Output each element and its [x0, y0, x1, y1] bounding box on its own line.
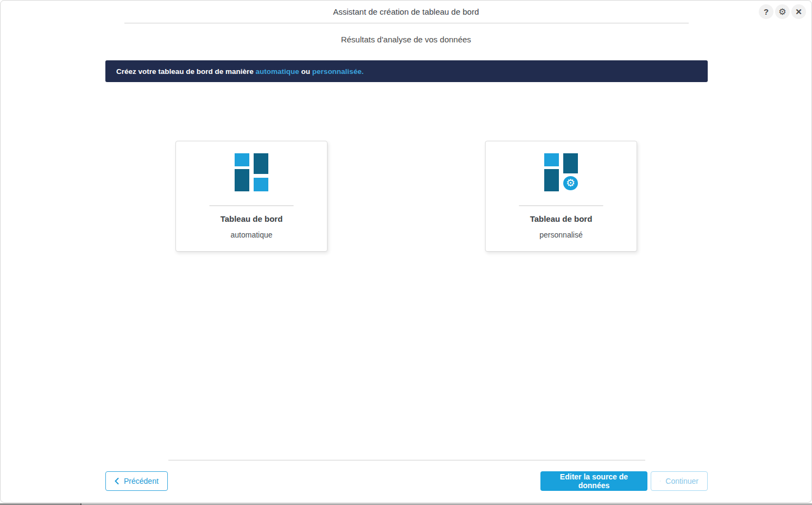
- close-button[interactable]: ✕: [791, 4, 806, 19]
- tile-light-icon: [544, 153, 559, 166]
- settings-button[interactable]: ⚙: [775, 4, 790, 19]
- chevron-left-icon: [115, 478, 119, 484]
- dashboard-tiles-gear-icon: ⚙: [544, 153, 578, 191]
- window-controls: ? ⚙ ✕: [759, 4, 806, 19]
- edit-data-source-label: Editer la source de données: [549, 472, 639, 490]
- tile-light-icon: [235, 153, 249, 166]
- banner-prefix: Créez votre tableau de bord de manière: [116, 67, 256, 76]
- close-icon: ✕: [795, 7, 802, 17]
- tile-dark-icon: [235, 169, 249, 191]
- page-subtitle: Résultats d'analyse de vos données: [1, 35, 811, 44]
- dashboard-tiles-icon: [235, 153, 268, 191]
- chevron-right-icon: [660, 478, 660, 484]
- dashboard-wizard-dialog: Assistant de création de tableau de bord…: [0, 0, 812, 503]
- card-dashboard-automatic[interactable]: Tableau de bord automatique: [175, 141, 328, 252]
- banner-text: Créez votre tableau de bord de manière a…: [116, 67, 363, 76]
- link-custom[interactable]: personnalisée.: [312, 67, 364, 76]
- info-banner: Créez votre tableau de bord de manière a…: [105, 60, 708, 82]
- edit-data-source-button[interactable]: Editer la source de données: [540, 471, 647, 491]
- continue-button[interactable]: Continuer: [651, 471, 708, 491]
- card-subtitle: personnalisé: [486, 230, 637, 239]
- continue-label: Continuer: [665, 477, 698, 485]
- tile-light-icon: [254, 178, 268, 191]
- card-divider: [519, 205, 603, 206]
- card-title: Tableau de bord: [176, 214, 327, 223]
- footer-divider: [168, 460, 645, 460]
- link-automatic[interactable]: automatique: [256, 67, 299, 76]
- previous-button[interactable]: Précédent: [105, 471, 168, 491]
- help-button[interactable]: ?: [759, 4, 773, 19]
- card-title: Tableau de bord: [486, 214, 637, 223]
- title-divider: [124, 23, 689, 23]
- tiles-right-column: [254, 153, 268, 191]
- window-title: Assistant de création de tableau de bord: [1, 1, 811, 23]
- tiles-left-column: [544, 153, 559, 191]
- tiles-right-column: ⚙: [563, 153, 578, 191]
- help-icon: ?: [764, 7, 769, 16]
- tile-dark-icon: [544, 169, 559, 191]
- previous-label: Précédent: [124, 477, 159, 485]
- card-divider: [210, 205, 294, 206]
- tiles-left-column: [235, 153, 249, 191]
- tile-dark-icon: [254, 153, 268, 174]
- card-dashboard-custom[interactable]: ⚙ Tableau de bord personnalisé: [485, 141, 637, 252]
- card-subtitle: automatique: [176, 230, 327, 239]
- gear-icon: ⚙: [778, 7, 786, 17]
- banner-connector: ou: [299, 67, 312, 76]
- gear-badge-icon: ⚙: [562, 175, 579, 191]
- titlebar: Assistant de création de tableau de bord…: [1, 1, 811, 23]
- tile-dark-icon: [563, 153, 578, 173]
